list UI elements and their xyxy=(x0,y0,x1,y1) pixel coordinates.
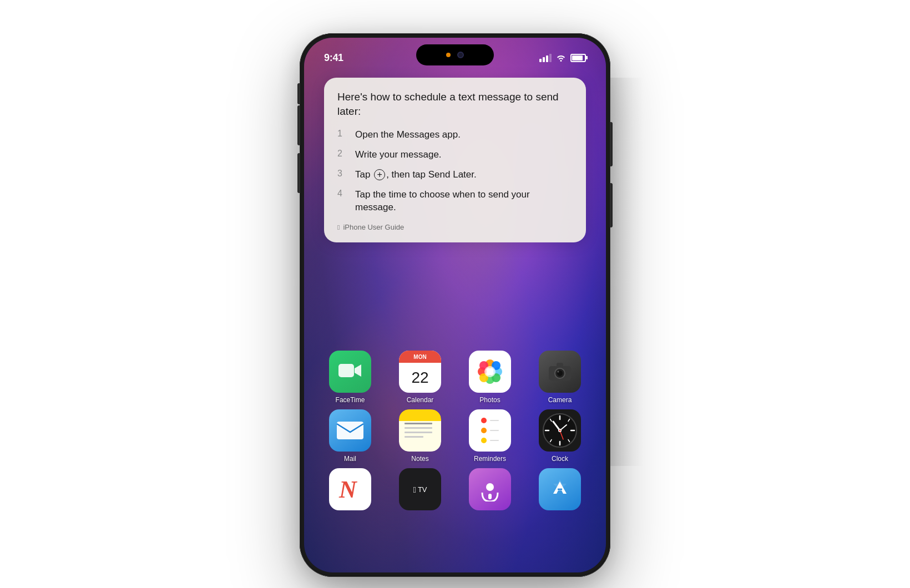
reminders-label: Reminders xyxy=(474,455,506,463)
island-indicator-light xyxy=(446,53,451,57)
app-camera[interactable]: Camera xyxy=(532,351,588,404)
notes-icon xyxy=(399,409,441,452)
notes-body xyxy=(399,409,441,452)
screen: 9:41 He xyxy=(304,38,606,572)
apple-logo-icon:  xyxy=(337,224,340,231)
svg-point-32 xyxy=(486,483,494,491)
notes-label: Notes xyxy=(411,455,428,463)
reminder-line-2 xyxy=(490,430,499,431)
svg-point-14 xyxy=(558,371,559,373)
calendar-label: Calendar xyxy=(407,396,434,404)
island-camera xyxy=(457,52,464,58)
facetime-label: FaceTime xyxy=(336,396,365,404)
reminder-line-3 xyxy=(490,440,499,441)
app-podcasts[interactable] xyxy=(462,468,518,511)
phone-left-buttons xyxy=(297,105,300,193)
facetime-icon xyxy=(329,351,371,393)
status-icons xyxy=(539,54,586,62)
reminder-dot-1 xyxy=(481,418,487,423)
mail-icon xyxy=(329,409,371,452)
step-4-number: 4 xyxy=(337,188,347,199)
app-facetime[interactable]: FaceTime xyxy=(322,351,378,404)
volume-up-button[interactable] xyxy=(297,105,300,145)
clock-icon xyxy=(539,409,581,452)
volume-down-button[interactable] xyxy=(297,153,300,193)
calendar-header: MON xyxy=(399,351,441,363)
step-1-number: 1 xyxy=(337,128,347,139)
reminder-row-2 xyxy=(481,428,499,433)
app-notes[interactable]: Notes xyxy=(392,409,448,463)
notes-line-4 xyxy=(405,436,423,438)
reminder-line-1 xyxy=(490,420,499,421)
app-photos[interactable]: Photos xyxy=(462,351,518,404)
wifi-icon xyxy=(556,54,566,62)
camera-icon xyxy=(539,351,581,393)
svg-text:N: N xyxy=(338,476,358,503)
appstore-icon xyxy=(539,468,581,510)
calendar-date: 22 xyxy=(411,363,428,393)
app-calendar[interactable]: MON 22 Calendar xyxy=(392,351,448,404)
reminders-body xyxy=(474,415,505,446)
step-1-text: Open the Messages app. xyxy=(355,128,461,141)
svg-point-29 xyxy=(559,430,561,432)
reminders-icon xyxy=(469,409,511,452)
app-news[interactable]: N xyxy=(322,468,378,511)
app-row-3-partial: N  TV xyxy=(315,468,595,511)
reminder-dot-2 xyxy=(481,428,487,433)
plus-circle-icon: + xyxy=(374,169,385,180)
dynamic-island xyxy=(416,44,494,65)
notification-footer:  iPhone User Guide xyxy=(337,223,573,231)
app-reminders[interactable]: Reminders xyxy=(462,409,518,463)
step-3: 3 Tap +, then tap Send Later. xyxy=(337,168,573,181)
notes-line-3 xyxy=(405,432,432,433)
status-time: 9:41 xyxy=(324,52,343,64)
svg-rect-0 xyxy=(338,364,354,377)
step-2-number: 2 xyxy=(337,148,347,159)
appletv-label-inner:  TV xyxy=(413,485,427,494)
reminder-row-1 xyxy=(481,418,499,423)
app-grid: FaceTime MON 22 Calendar xyxy=(304,351,606,517)
app-appstore[interactable] xyxy=(532,468,588,511)
step-3-number: 3 xyxy=(337,168,347,179)
tv-text: TV xyxy=(418,485,427,494)
scene: 9:41 He xyxy=(0,0,910,588)
camera-label: Camera xyxy=(548,396,572,404)
svg-rect-33 xyxy=(488,494,492,499)
signal-icon xyxy=(539,54,552,62)
battery-icon xyxy=(570,54,586,62)
apple-symbol:  xyxy=(413,485,416,494)
photos-label: Photos xyxy=(479,396,500,404)
app-row-2: Mail Notes xyxy=(315,409,595,463)
svg-point-9 xyxy=(484,366,496,377)
notification-source: iPhone User Guide xyxy=(343,223,404,231)
phone: 9:41 He xyxy=(300,33,610,577)
notification-steps: 1 Open the Messages app. 2 Write your me… xyxy=(337,128,573,214)
step-3-text: Tap +, then tap Send Later. xyxy=(355,168,477,181)
step-2-text: Write your message. xyxy=(355,148,442,161)
app-mail[interactable]: Mail xyxy=(322,409,378,463)
svg-rect-11 xyxy=(557,363,563,367)
reminder-row-3 xyxy=(481,438,499,443)
app-clock[interactable]: Clock xyxy=(532,409,588,463)
notification-card[interactable]: Here's how to schedule a text message to… xyxy=(324,78,586,242)
calendar-icon: MON 22 xyxy=(399,351,441,393)
news-icon: N xyxy=(329,468,371,510)
notes-line-1 xyxy=(405,423,432,424)
photos-icon xyxy=(469,351,511,393)
appletv-icon:  TV xyxy=(399,468,441,510)
reminder-dot-3 xyxy=(481,438,487,443)
app-row-1: FaceTime MON 22 Calendar xyxy=(315,351,595,404)
notification-title: Here's how to schedule a text message to… xyxy=(337,90,573,118)
step-4-text: Tap the time to choose when to send your… xyxy=(355,188,573,215)
app-appletv[interactable]:  TV xyxy=(392,468,448,511)
mail-label: Mail xyxy=(344,455,356,463)
phone-shadow xyxy=(610,78,644,466)
step-4: 4 Tap the time to choose when to send yo… xyxy=(337,188,573,215)
clock-label: Clock xyxy=(552,455,568,463)
step-1: 1 Open the Messages app. xyxy=(337,128,573,141)
step-2: 2 Write your message. xyxy=(337,148,573,161)
podcasts-icon xyxy=(469,468,511,510)
notes-line-2 xyxy=(405,427,432,429)
svg-rect-15 xyxy=(337,422,363,439)
